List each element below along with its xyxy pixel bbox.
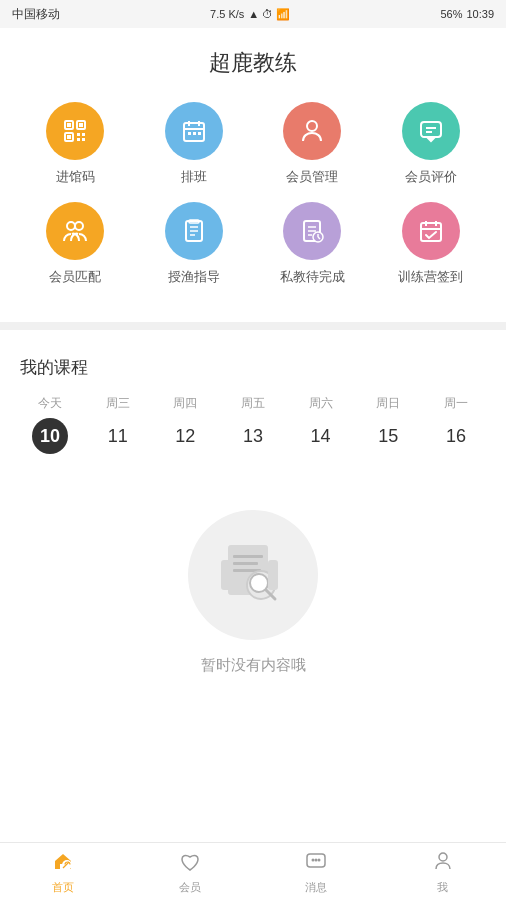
status-center: 7.5 K/s ▲ ⏱ 📶 <box>210 8 290 21</box>
tab-home[interactable]: 首页 <box>0 843 127 901</box>
cal-date-5: 15 <box>370 418 406 454</box>
member-manage-label: 会员管理 <box>286 168 338 186</box>
cal-weekday-1: 周三 <box>106 395 130 412</box>
svg-rect-35 <box>421 223 441 241</box>
main-content: 超鹿教练 <box>0 28 506 848</box>
svg-rect-18 <box>421 122 441 137</box>
entry-code-svg <box>61 117 89 145</box>
entry-code-label: 进馆码 <box>56 168 95 186</box>
grid-item-entry-code[interactable]: 进馆码 <box>20 102 131 186</box>
grid-item-private-pending[interactable]: 私教待完成 <box>257 202 368 286</box>
icon-grid-row2: 会员匹配 授渔指导 <box>20 202 486 286</box>
signal-icons: ▲ ⏱ 📶 <box>248 8 290 21</box>
member-manage-icon-circle <box>283 102 341 160</box>
schedule-label: 排班 <box>181 168 207 186</box>
svg-point-22 <box>75 222 83 230</box>
training-signin-icon-circle <box>402 202 460 260</box>
member-review-label: 会员评价 <box>405 168 457 186</box>
cal-weekday-2: 周四 <box>173 395 197 412</box>
member-match-svg <box>61 217 89 245</box>
cal-date-4: 14 <box>303 418 339 454</box>
empty-state: 暂时没有内容哦 <box>20 470 486 695</box>
cal-date-6: 16 <box>438 418 474 454</box>
svg-rect-8 <box>77 138 80 141</box>
fishing-guide-icon-circle <box>165 202 223 260</box>
cal-day-3[interactable]: 周五 13 <box>231 395 275 454</box>
tab-message-label: 消息 <box>305 880 327 895</box>
grid-item-training-signin[interactable]: 训练营签到 <box>376 202 487 286</box>
my-courses-section: 我的课程 今天 10 周三 11 周四 12 周五 13 周六 14 <box>0 340 506 695</box>
svg-point-52 <box>315 858 318 861</box>
cal-date-2: 12 <box>167 418 203 454</box>
grid-item-schedule[interactable]: 排班 <box>139 102 250 186</box>
tab-member-label: 会员 <box>179 880 201 895</box>
home-icon <box>51 849 75 877</box>
speed-text: 7.5 K/s <box>210 8 244 20</box>
training-signin-label: 训练营签到 <box>398 268 463 286</box>
fishing-guide-svg <box>180 217 208 245</box>
empty-text: 暂时没有内容哦 <box>201 656 306 675</box>
grid-item-fishing-guide[interactable]: 授渔指导 <box>139 202 250 286</box>
svg-rect-5 <box>67 135 71 139</box>
cal-weekday-5: 周日 <box>376 395 400 412</box>
member-review-svg <box>417 117 445 145</box>
cal-day-6[interactable]: 周一 16 <box>434 395 478 454</box>
svg-rect-15 <box>193 132 196 135</box>
cal-weekday-0: 今天 <box>38 395 62 412</box>
svg-rect-40 <box>233 555 263 558</box>
grid-item-member-manage[interactable]: 会员管理 <box>257 102 368 186</box>
cal-day-5[interactable]: 周日 15 <box>366 395 410 454</box>
schedule-icon-circle <box>165 102 223 160</box>
calendar-row: 今天 10 周三 11 周四 12 周五 13 周六 14 周日 15 <box>20 395 486 454</box>
svg-rect-14 <box>188 132 191 135</box>
svg-point-53 <box>318 858 321 861</box>
cal-date-3: 13 <box>235 418 271 454</box>
svg-rect-4 <box>79 123 83 127</box>
svg-rect-9 <box>82 138 85 141</box>
cal-date-0: 10 <box>32 418 68 454</box>
icon-grid-row1: 进馆码 排班 <box>20 102 486 186</box>
member-tab-icon <box>178 849 202 877</box>
battery-text: 56% <box>440 8 462 20</box>
svg-rect-46 <box>221 560 231 590</box>
tab-me[interactable]: 我 <box>380 843 507 901</box>
svg-rect-7 <box>82 133 85 136</box>
my-courses-title: 我的课程 <box>20 356 486 379</box>
svg-point-17 <box>307 121 317 131</box>
cal-day-2[interactable]: 周四 12 <box>163 395 207 454</box>
svg-rect-16 <box>198 132 201 135</box>
member-manage-svg <box>298 117 326 145</box>
cal-day-1[interactable]: 周三 11 <box>96 395 140 454</box>
svg-rect-6 <box>77 133 80 136</box>
app-title: 超鹿教练 <box>0 28 506 102</box>
tab-bar: 首页 会员 消息 我 <box>0 842 506 900</box>
member-match-label: 会员匹配 <box>49 268 101 286</box>
empty-illustration-svg <box>213 535 293 615</box>
schedule-svg <box>180 117 208 145</box>
svg-rect-41 <box>233 562 258 565</box>
tab-member[interactable]: 会员 <box>127 843 254 901</box>
cal-day-0[interactable]: 今天 10 <box>28 395 72 454</box>
private-pending-icon-circle <box>283 202 341 260</box>
private-pending-label: 私教待完成 <box>280 268 345 286</box>
grid-section-row1: 进馆码 排班 <box>0 102 506 312</box>
svg-point-54 <box>439 853 447 861</box>
time-text: 10:39 <box>466 8 494 20</box>
training-signin-svg <box>417 217 445 245</box>
cal-day-4[interactable]: 周六 14 <box>299 395 343 454</box>
entry-code-icon-circle <box>46 102 104 160</box>
tab-home-label: 首页 <box>52 880 74 895</box>
grid-item-member-match[interactable]: 会员匹配 <box>20 202 131 286</box>
private-pending-svg <box>298 217 326 245</box>
message-tab-icon <box>304 849 328 877</box>
member-review-icon-circle <box>402 102 460 160</box>
svg-rect-3 <box>67 123 71 127</box>
svg-point-21 <box>67 222 75 230</box>
me-tab-icon <box>431 849 455 877</box>
svg-point-51 <box>312 858 315 861</box>
cal-weekday-6: 周一 <box>444 395 468 412</box>
empty-illustration <box>188 510 318 640</box>
grid-item-member-review[interactable]: 会员评价 <box>376 102 487 186</box>
status-right: 56% 10:39 <box>440 8 494 20</box>
tab-message[interactable]: 消息 <box>253 843 380 901</box>
